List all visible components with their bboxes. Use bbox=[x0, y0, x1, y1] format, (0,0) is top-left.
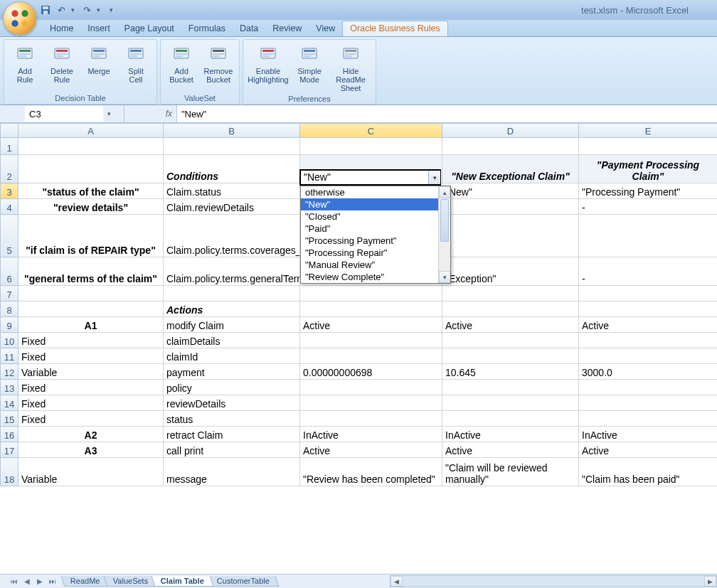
cell-dropdown-button[interactable]: ▾ bbox=[428, 171, 440, 184]
cell[interactable]: Claim.status bbox=[164, 183, 300, 199]
delete-rule-button[interactable]: DeleteRule bbox=[44, 41, 80, 93]
cell[interactable]: "Review has been completed" bbox=[300, 458, 442, 486]
cell[interactable] bbox=[18, 301, 164, 317]
name-box-dropdown-icon[interactable]: ▾ bbox=[103, 106, 115, 122]
cell[interactable]: reviewDetails bbox=[164, 395, 300, 411]
row-header[interactable]: 10 bbox=[1, 333, 18, 348]
dropdown-item[interactable]: "Closed" bbox=[301, 210, 438, 223]
cell[interactable]: - bbox=[442, 199, 579, 215]
row-header[interactable]: 16 bbox=[1, 427, 18, 442]
cell[interactable]: "general terms of the claim" bbox=[18, 257, 164, 286]
cell[interactable]: - bbox=[579, 199, 718, 215]
cell[interactable] bbox=[579, 286, 718, 301]
cell[interactable]: "status of the claim" bbox=[18, 183, 164, 199]
cell[interactable]: Active bbox=[442, 317, 579, 333]
cell[interactable] bbox=[579, 138, 718, 155]
cell[interactable]: A2 bbox=[18, 427, 164, 442]
menu-tab-data[interactable]: Data bbox=[233, 21, 265, 36]
worksheet-grid[interactable]: ABCDE 12Conditions"New normal Claim""New… bbox=[0, 123, 717, 574]
cell[interactable]: "New normal Claim" bbox=[300, 155, 442, 183]
cell[interactable] bbox=[442, 380, 579, 395]
cell[interactable] bbox=[442, 138, 579, 155]
cell[interactable] bbox=[579, 333, 718, 348]
sheet-tab-valuesets[interactable]: ValueSets bbox=[103, 576, 157, 587]
row-header[interactable]: 3 bbox=[1, 183, 18, 199]
cell[interactable]: "Payment Processing Claim" bbox=[579, 155, 718, 183]
cell[interactable]: "Claim will be reviewed manually" bbox=[442, 458, 579, 486]
cell[interactable]: modify Claim bbox=[164, 317, 300, 333]
cell[interactable]: Claim.reviewDetails bbox=[164, 199, 300, 215]
cell[interactable] bbox=[579, 348, 718, 364]
cell[interactable] bbox=[164, 286, 300, 301]
dropdown-item[interactable]: otherwise bbox=[301, 186, 438, 198]
row-header[interactable]: 2 bbox=[1, 155, 18, 183]
cell[interactable] bbox=[300, 395, 442, 411]
cell[interactable]: 10.645 bbox=[442, 364, 579, 380]
dropdown-item[interactable]: "Processing Payment" bbox=[301, 235, 438, 247]
row-header[interactable]: 13 bbox=[1, 380, 18, 395]
cell[interactable]: Claim.policy.terms.coverages_en.contains… bbox=[164, 215, 300, 257]
sheet-tab-claim-table[interactable]: Claim Table bbox=[151, 576, 213, 587]
row-header[interactable]: 18 bbox=[1, 458, 18, 486]
cell[interactable]: policy bbox=[164, 380, 300, 395]
cell[interactable] bbox=[579, 215, 718, 257]
horizontal-scrollbar[interactable]: ◀ ▶ bbox=[390, 575, 717, 587]
split-cell-button[interactable]: SplitCell bbox=[118, 41, 154, 93]
row-header[interactable]: 7 bbox=[1, 286, 18, 301]
cell[interactable]: "New" bbox=[442, 183, 579, 199]
undo-icon[interactable]: ↶ bbox=[55, 4, 67, 16]
hscroll-right-icon[interactable]: ▶ bbox=[704, 576, 716, 587]
cell[interactable] bbox=[18, 286, 164, 301]
dropdown-item[interactable]: "Review Complete" bbox=[301, 271, 438, 283]
cell[interactable] bbox=[442, 411, 579, 427]
redo-dropdown-icon[interactable]: ▾ bbox=[97, 6, 102, 14]
menu-tab-oracle-business-rules[interactable]: Oracle Business Rules bbox=[342, 21, 447, 36]
menu-tab-home[interactable]: Home bbox=[43, 21, 80, 36]
dropdown-item[interactable]: "Processing Repair" bbox=[301, 247, 438, 259]
cell[interactable]: "New Exceptional Claim" bbox=[442, 155, 579, 183]
cell[interactable]: - bbox=[579, 257, 718, 286]
column-header-C[interactable]: C bbox=[300, 124, 442, 138]
select-all-corner[interactable] bbox=[1, 124, 18, 138]
column-header-B[interactable]: B bbox=[164, 124, 300, 138]
cell[interactable]: Fixed bbox=[18, 348, 164, 364]
cell[interactable]: InActive bbox=[442, 427, 579, 442]
cell[interactable]: 3000.0 bbox=[579, 364, 718, 380]
cell[interactable]: A1 bbox=[18, 317, 164, 333]
menu-tab-review[interactable]: Review bbox=[265, 21, 309, 36]
cell[interactable] bbox=[579, 301, 718, 317]
row-header[interactable]: 5 bbox=[1, 215, 18, 257]
enable-highlighting-button[interactable]: EnableHighlighting bbox=[246, 41, 290, 94]
menu-tab-formulas[interactable]: Formulas bbox=[181, 21, 233, 36]
cell[interactable] bbox=[18, 138, 164, 155]
cell[interactable] bbox=[442, 286, 579, 301]
cell[interactable]: A3 bbox=[18, 442, 164, 458]
merge-button[interactable]: Merge bbox=[81, 41, 117, 93]
cell[interactable]: Active bbox=[300, 317, 442, 333]
cell[interactable]: Fixed bbox=[18, 411, 164, 427]
cell[interactable] bbox=[442, 333, 579, 348]
row-header[interactable]: 9 bbox=[1, 317, 18, 333]
scroll-up-icon[interactable]: ▴ bbox=[439, 186, 450, 198]
menu-tab-insert[interactable]: Insert bbox=[80, 21, 117, 36]
cell[interactable]: call print bbox=[164, 442, 300, 458]
undo-dropdown-icon[interactable]: ▾ bbox=[71, 6, 77, 14]
cell[interactable]: Fixed bbox=[18, 333, 164, 348]
column-header-E[interactable]: E bbox=[579, 124, 718, 138]
cell[interactable]: "review details" bbox=[18, 199, 164, 215]
column-header-D[interactable]: D bbox=[442, 124, 579, 138]
row-header[interactable]: 14 bbox=[1, 395, 18, 411]
sheet-tab-customertable[interactable]: CustomerTable bbox=[207, 576, 279, 587]
sheet-nav-next-icon[interactable]: ▶ bbox=[34, 576, 46, 587]
cell[interactable]: "Processing Payment" bbox=[579, 183, 718, 199]
row-header[interactable]: 4 bbox=[1, 199, 18, 215]
cell[interactable] bbox=[300, 333, 442, 348]
simple-mode-button[interactable]: SimpleMode bbox=[292, 41, 327, 94]
row-header[interactable]: 6 bbox=[1, 257, 18, 286]
menu-tab-page-layout[interactable]: Page Layout bbox=[117, 21, 181, 36]
sheet-nav-last-icon[interactable]: ⏭ bbox=[47, 576, 58, 587]
cell[interactable] bbox=[300, 138, 442, 155]
row-header[interactable]: 17 bbox=[1, 442, 18, 458]
cell[interactable]: Fixed bbox=[18, 395, 164, 411]
cell[interactable]: message bbox=[164, 458, 300, 486]
